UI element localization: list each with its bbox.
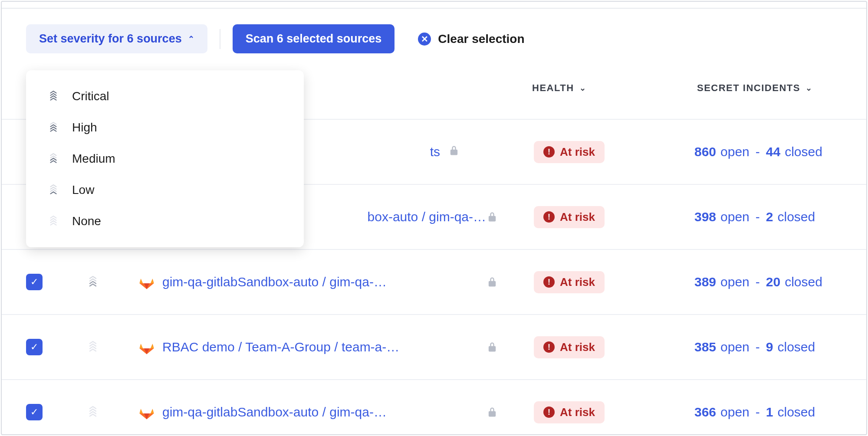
- open-count: 385: [694, 340, 716, 354]
- clear-selection-button[interactable]: ✕ Clear selection: [418, 32, 524, 46]
- row-checkbox[interactable]: ✓: [26, 339, 43, 355]
- source-name-text: ts: [430, 144, 440, 159]
- incidents-summary[interactable]: 366 open - 1 closed: [694, 405, 868, 420]
- open-label: open: [720, 210, 750, 224]
- health-badge-label: At risk: [560, 275, 595, 289]
- severity-option-label: Critical: [72, 89, 109, 103]
- alert-icon: !: [543, 341, 555, 353]
- chevron-up-icon: ⌃: [188, 34, 194, 44]
- bulk-action-toolbar: Set severity for 6 sources ⌃ Scan 6 sele…: [2, 9, 866, 65]
- health-badge-at-risk: ! At risk: [534, 206, 605, 228]
- scan-selected-button[interactable]: Scan 6 selected sources: [233, 24, 395, 53]
- open-count: 366: [694, 405, 716, 420]
- column-header-health[interactable]: HEALTH ⌄: [519, 82, 684, 94]
- severity-icon: [47, 152, 60, 165]
- source-name-text: gim-qa-gitlabSandbox-auto / gim-qa-…: [162, 275, 387, 289]
- severity-dropdown-menu: Critical High Medium Low None: [26, 70, 304, 247]
- column-header-label: HEALTH: [532, 82, 574, 94]
- toolbar-divider: [220, 29, 220, 49]
- gitlab-icon: [139, 274, 155, 290]
- incidents-summary[interactable]: 389 open - 20 closed: [694, 275, 868, 289]
- severity-option-critical[interactable]: Critical: [26, 81, 304, 112]
- scan-selected-label: Scan 6 selected sources: [246, 32, 382, 46]
- clear-selection-label: Clear selection: [438, 32, 524, 46]
- chevron-down-icon: ⌄: [806, 83, 813, 93]
- severity-icon: [47, 215, 60, 228]
- closed-count: 9: [766, 340, 773, 354]
- lock-icon: [486, 406, 521, 418]
- source-name-link[interactable]: gim-qa-gitlabSandbox-auto / gim-qa-…: [139, 404, 486, 420]
- open-label: open: [720, 405, 750, 420]
- closed-label: closed: [778, 340, 815, 354]
- gitlab-icon: [139, 339, 155, 355]
- alert-icon: !: [543, 276, 555, 288]
- open-label: open: [720, 340, 750, 354]
- table-row: ✓ RBAC demo / Team-A-Group / team-a-… ! …: [2, 314, 866, 379]
- severity-icon: [47, 90, 60, 103]
- lock-icon: [448, 144, 460, 160]
- set-severity-button[interactable]: Set severity for 6 sources ⌃: [26, 24, 207, 53]
- column-header-secret-incidents[interactable]: SECRET INCIDENTS ⌄: [684, 82, 866, 94]
- alert-icon: !: [543, 211, 555, 223]
- incidents-summary[interactable]: 385 open - 9 closed: [694, 340, 868, 354]
- incidents-summary[interactable]: 860 open - 44 closed: [694, 144, 868, 159]
- health-badge-at-risk: ! At risk: [534, 336, 605, 358]
- alert-icon: !: [543, 406, 555, 418]
- gitlab-icon: [139, 404, 155, 420]
- closed-count: 20: [766, 275, 780, 289]
- row-severity-indicator[interactable]: [87, 406, 139, 418]
- incidents-summary[interactable]: 398 open - 2 closed: [694, 210, 868, 224]
- set-severity-label: Set severity for 6 sources: [39, 32, 182, 46]
- closed-label: closed: [785, 275, 822, 289]
- severity-option-label: Medium: [72, 152, 115, 166]
- closed-count: 44: [766, 144, 780, 159]
- table-row: ✓ gim-qa-gitlabSandbox-auto / gim-qa-… !…: [2, 249, 866, 314]
- alert-icon: !: [543, 146, 555, 157]
- table-row: ✓ gim-qa-gitlabSandbox-auto / gim-qa-… !…: [2, 379, 866, 436]
- health-badge-label: At risk: [560, 145, 595, 159]
- row-checkbox[interactable]: ✓: [26, 274, 43, 290]
- health-badge-at-risk: ! At risk: [534, 141, 605, 163]
- closed-label: closed: [778, 210, 815, 224]
- health-badge-at-risk: ! At risk: [534, 401, 605, 423]
- severity-option-none[interactable]: None: [26, 206, 304, 237]
- closed-count: 2: [766, 210, 773, 224]
- closed-count: 1: [766, 405, 773, 420]
- open-count: 398: [694, 210, 716, 224]
- source-name-text: RBAC demo / Team-A-Group / team-a-…: [162, 340, 399, 354]
- open-label: open: [720, 275, 750, 289]
- severity-option-low[interactable]: Low: [26, 174, 304, 206]
- column-header-label: SECRET INCIDENTS: [697, 82, 800, 94]
- health-badge-label: At risk: [560, 341, 595, 354]
- severity-icon: [47, 121, 60, 134]
- row-checkbox[interactable]: ✓: [26, 404, 43, 420]
- open-label: open: [720, 144, 750, 159]
- closed-label: closed: [785, 144, 822, 159]
- source-name-text: gim-qa-gitlabSandbox-auto / gim-qa-…: [162, 405, 387, 420]
- lock-icon: [486, 211, 521, 223]
- severity-option-medium[interactable]: Medium: [26, 143, 304, 174]
- source-name-link[interactable]: RBAC demo / Team-A-Group / team-a-…: [139, 339, 486, 355]
- open-count: 860: [694, 144, 716, 159]
- closed-label: closed: [778, 405, 815, 420]
- health-badge-label: At risk: [560, 406, 595, 419]
- health-badge-label: At risk: [560, 210, 595, 224]
- source-name-link[interactable]: gim-qa-gitlabSandbox-auto / gim-qa-…: [139, 274, 486, 290]
- lock-icon: [486, 341, 521, 353]
- open-count: 389: [694, 275, 716, 289]
- source-name-text: box-auto / gim-qa-…: [368, 210, 486, 224]
- close-circle-icon: ✕: [418, 33, 431, 46]
- row-severity-indicator[interactable]: [87, 276, 139, 288]
- health-badge-at-risk: ! At risk: [534, 271, 605, 293]
- lock-icon: [486, 276, 521, 288]
- severity-option-label: None: [72, 214, 101, 228]
- row-severity-indicator[interactable]: [87, 341, 139, 353]
- chevron-down-icon: ⌄: [579, 83, 587, 93]
- severity-icon: [47, 184, 60, 197]
- severity-option-high[interactable]: High: [26, 112, 304, 143]
- severity-option-label: Low: [72, 183, 94, 197]
- table-column-headers: HEALTH ⌄ SECRET INCIDENTS ⌄: [519, 82, 866, 94]
- severity-option-label: High: [72, 121, 97, 134]
